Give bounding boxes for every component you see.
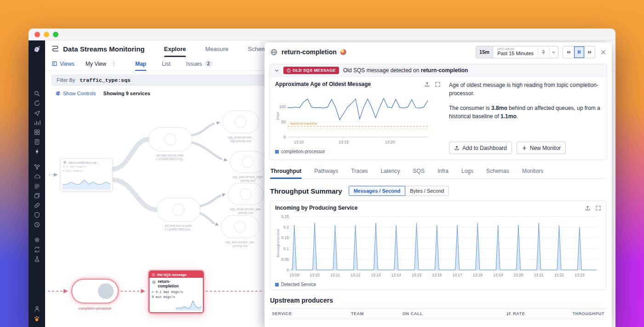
logs-icon[interactable]: [30, 181, 43, 191]
datadog-logo-icon[interactable]: [30, 44, 43, 55]
chevron-down-icon[interactable]: [274, 68, 279, 73]
column-team[interactable]: TEAM: [351, 311, 402, 316]
new-monitor-button[interactable]: New Monitor: [517, 142, 566, 154]
skip-forward-button[interactable]: [584, 46, 595, 58]
zoom-window-button[interactable]: [53, 32, 58, 37]
minimize-window-button[interactable]: [44, 32, 49, 37]
svg-text:13:10: 13:10: [294, 140, 304, 144]
popup-service-name: return-completion: [158, 280, 178, 289]
legend-swatch: [275, 283, 279, 287]
pause-button[interactable]: [574, 46, 584, 58]
expand-icon[interactable]: [435, 81, 441, 87]
chart-legend[interactable]: completion-processor: [275, 149, 441, 154]
tab-infra[interactable]: Infra: [437, 166, 449, 178]
bar-chart-icon[interactable]: [30, 118, 43, 127]
chart-title: Incoming by Producing Service: [275, 205, 357, 211]
chart-title: Approximate Age of Oldest Message: [275, 81, 371, 87]
close-panel-icon[interactable]: [600, 49, 606, 55]
info-icon: [152, 273, 155, 276]
tab-pathways[interactable]: Pathways: [314, 166, 339, 178]
node-client-notification[interactable]: client-notification-ge... 0.1 max msgs/s…: [60, 158, 113, 191]
tab-schemas[interactable]: Schemas: [486, 166, 510, 178]
skip-back-button[interactable]: [563, 46, 574, 58]
clock-icon[interactable]: [30, 220, 43, 229]
globe-icon: [63, 161, 67, 164]
gear-icon[interactable]: [30, 235, 43, 245]
pin-timeframe-icon[interactable]: [538, 46, 549, 58]
tab-logs[interactable]: Logs: [461, 166, 474, 178]
insight-line-2: The consumer is 3.8mo behind on affected…: [449, 104, 601, 120]
playback-controls: [563, 46, 595, 58]
add-to-dashboard-button[interactable]: Add to Dashboard: [449, 142, 512, 154]
close-window-button[interactable]: [34, 32, 40, 37]
svg-text:13:20: 13:20: [513, 273, 523, 277]
tab-throughput[interactable]: Throughput: [270, 166, 302, 178]
frames-icon[interactable]: [30, 191, 43, 201]
export-icon[interactable]: [424, 81, 430, 87]
chart-legend[interactable]: Detected Service: [275, 282, 601, 287]
history-icon[interactable]: [30, 98, 43, 108]
column-service[interactable]: SERVICE: [272, 311, 351, 316]
info-icon: [287, 69, 291, 73]
flask-icon[interactable]: [30, 254, 43, 264]
time-dropdown-caret-icon[interactable]: [549, 46, 558, 58]
node-label: arn:aws:sns:us-east-1:123456789012:lo...: [147, 224, 210, 232]
column-throughput[interactable]: THROUGHPUT: [566, 311, 604, 316]
svg-text:13:21: 13:21: [534, 273, 544, 277]
node-sns-topic-low[interactable]: [156, 198, 201, 222]
node-completion-processor[interactable]: [71, 279, 119, 304]
bits-ai-icon[interactable]: [30, 314, 43, 323]
incoming-chart-plot[interactable]: 00.050.10.150.20.2513:0913:1013:1113:121…: [275, 213, 601, 281]
tab-traces[interactable]: Traces: [351, 166, 368, 178]
svg-text:0.2: 0.2: [283, 225, 289, 229]
svg-text:0.05: 0.05: [281, 257, 289, 262]
node-queue-email-low[interactable]: [228, 183, 264, 205]
svg-text:13:13: 13:13: [371, 273, 380, 277]
column-rate[interactable]: RATE: [506, 311, 566, 316]
svg-text:historical baseline: historical baseline: [290, 121, 317, 126]
ci-sync-icon[interactable]: [30, 245, 43, 254]
node-queue-sms-high[interactable]: [230, 151, 266, 173]
svg-text:13:18: 13:18: [473, 273, 483, 277]
service-map-icon[interactable]: [30, 162, 43, 172]
bytes-per-second-toggle[interactable]: Bytes / Second: [405, 186, 449, 196]
svg-text:13:20: 13:20: [385, 140, 395, 144]
legend-swatch: [275, 150, 279, 154]
send-icon[interactable]: [30, 108, 43, 118]
node-sns-topic-high[interactable]: [148, 127, 192, 151]
node-queue-sms-low[interactable]: [221, 215, 259, 238]
tab-sqs[interactable]: SQS: [413, 166, 425, 178]
svg-text:0: 0: [287, 268, 289, 272]
time-range-selector[interactable]: 15m UTC-05:00 Past 15 Minutes: [476, 46, 558, 58]
age-of-oldest-message-chart[interactable]: Approximate Age of Oldest Message 050100…: [275, 81, 441, 154]
insight-line-1: Age of oldest message is high reading fr…: [449, 81, 601, 98]
incoming-chart-card: Incoming by Producing Service 00.050.10.…: [270, 201, 606, 290]
dashboard-grid-icon[interactable]: [30, 127, 43, 137]
node-label: sqs_email-service_low-priority-sns: [220, 207, 271, 215]
messages-per-second-toggle[interactable]: Messages / Second: [349, 186, 406, 196]
cloud-icon[interactable]: [30, 172, 43, 181]
expand-icon[interactable]: [595, 205, 601, 211]
panel-tabs: Throughput Pathways Traces Latency SQS I…: [270, 166, 606, 179]
notebook-icon[interactable]: [30, 137, 43, 147]
tab-latency[interactable]: Latency: [380, 166, 401, 178]
alert-card: OLD SQS MESSAGE Old SQS message detected…: [269, 64, 607, 160]
shield-icon[interactable]: [30, 210, 43, 220]
svg-text:13:15: 13:15: [339, 140, 349, 144]
export-icon[interactable]: [585, 205, 591, 211]
search-icon[interactable]: [30, 89, 43, 98]
time-range-label: Past 15 Minutes: [497, 51, 534, 57]
link-icon[interactable]: [30, 201, 43, 210]
svg-text:13:10: 13:10: [310, 273, 320, 277]
old-sqs-message-popup[interactable]: Old SQS message return-completion < 0.1 …: [149, 270, 204, 313]
panel-service-title: return-completion: [282, 48, 337, 56]
alert-banner[interactable]: OLD SQS MESSAGE Old SQS message detected…: [270, 64, 607, 77]
tab-monitors[interactable]: Monitors: [522, 166, 544, 178]
column-on-call[interactable]: ON CALL: [402, 311, 506, 316]
time-range-chip: 15m: [476, 46, 493, 58]
line-chart-plot[interactable]: 05010013:1013:1513:20historical baseline…: [275, 89, 431, 148]
node-queue-email-high[interactable]: [222, 110, 259, 133]
left-nav-rail: [29, 40, 45, 327]
admin-user-icon[interactable]: [30, 304, 43, 314]
lightning-icon[interactable]: [30, 147, 43, 156]
